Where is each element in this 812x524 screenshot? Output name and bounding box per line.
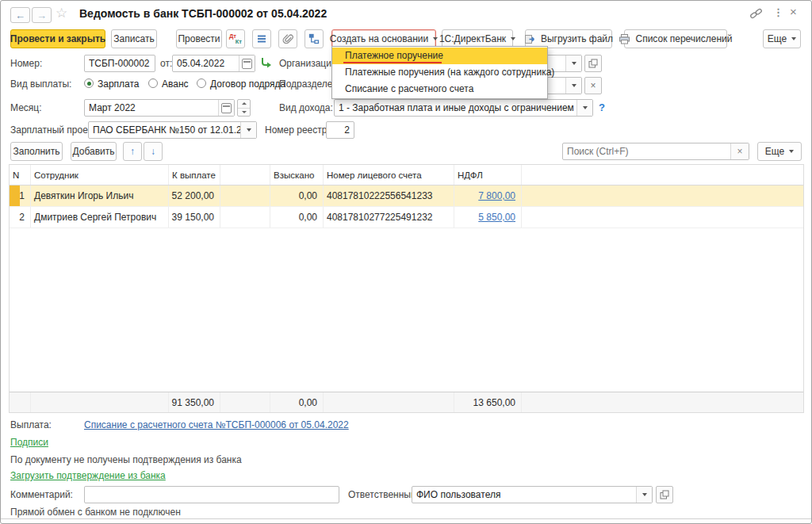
ndfl-link[interactable]: 7 800,00 — [478, 190, 515, 201]
responsible-open-button[interactable] — [656, 486, 673, 503]
ndfl-link[interactable]: 5 850,00 — [478, 212, 515, 223]
dtkt-postings-button[interactable]: Дт Кт — [226, 29, 245, 48]
total-n — [10, 392, 31, 412]
radio-advance-label[interactable]: Аванс — [162, 78, 189, 90]
chevron-down-icon — [791, 37, 796, 40]
header-to-pay: К выплате — [169, 165, 220, 185]
search-clear-button[interactable]: × — [730, 143, 749, 159]
cell-employee: Девяткин Игорь Ильич — [31, 186, 169, 206]
radio-salary-label[interactable]: Зарплата — [98, 78, 140, 90]
chevron-down-icon — [583, 106, 588, 109]
move-up-button[interactable]: ↑ — [123, 142, 142, 161]
transfer-list-label: Список перечислений — [635, 33, 732, 44]
search-field[interactable]: × — [562, 143, 749, 160]
favorite-star-icon[interactable]: ☆ — [56, 5, 67, 21]
add-button[interactable]: Добавить — [71, 142, 117, 161]
save-button[interactable]: Записать — [111, 29, 157, 48]
load-confirmation-link[interactable]: Загрузить подтверждение из банка — [10, 470, 166, 481]
journal-button[interactable] — [252, 29, 271, 48]
post-button[interactable]: Провести — [176, 29, 222, 48]
registry-number-input[interactable] — [326, 121, 354, 139]
toolbar-more-button[interactable]: Еще — [763, 29, 801, 48]
total-ndfl: 13 650,00 — [454, 392, 522, 412]
fill-button[interactable]: Заполнить — [10, 142, 63, 161]
triangle-down-icon — [242, 111, 247, 113]
income-dropdown-button[interactable] — [576, 100, 592, 116]
arrow-up-icon: ↑ — [130, 146, 135, 157]
payment-type-label: Вид выплаты: — [10, 78, 71, 90]
calendar-button[interactable] — [239, 55, 255, 71]
get-link-icon[interactable] — [749, 7, 763, 20]
radio-contract[interactable] — [197, 78, 206, 88]
table-row[interactable]: 2 Дмитриев Сергей Петрович 39 150,00 0,0… — [10, 207, 803, 228]
cell-n: 2 — [10, 207, 31, 228]
add-label: Добавить — [72, 146, 114, 157]
dtkt-icon: Дт Кт — [229, 33, 242, 45]
search-input[interactable] — [563, 143, 730, 159]
month-stepper[interactable] — [237, 99, 251, 117]
salary-project-field[interactable]: ПАО СБЕРБАНК №150 от 12.01.2021 г. — [88, 121, 257, 139]
comment-label: Комментарий: — [10, 489, 73, 500]
structure-icon — [308, 33, 320, 45]
arrow-down-icon: ↓ — [151, 146, 155, 157]
income-type-field[interactable]: 1 - Заработная плата и иные доходы с огр… — [334, 99, 593, 117]
signatures-link[interactable]: Подписи — [10, 437, 48, 448]
chevron-down-icon — [511, 37, 515, 40]
organization-open-button[interactable] — [584, 55, 602, 72]
total-filler — [522, 392, 803, 412]
triangle-up-icon — [242, 102, 247, 105]
stepper-down-button[interactable] — [238, 109, 250, 117]
cell-ndfl: 7 800,00 — [454, 186, 522, 206]
header-account: Номер лицевого счета — [324, 165, 454, 185]
chevron-down-icon — [433, 37, 438, 40]
back-button[interactable]: ← — [10, 7, 30, 23]
menu-item-payment-order[interactable]: Платежное поручение — [332, 48, 547, 64]
responsible-field[interactable]: ФИО пользователя — [412, 486, 653, 503]
menu-item-payment-orders-per-employee[interactable]: Платежные поручения (на каждого сотрудни… — [332, 64, 547, 81]
move-down-button[interactable]: ↓ — [144, 142, 163, 161]
cell-filler — [522, 207, 803, 228]
month-calendar-button[interactable] — [218, 100, 234, 116]
table-row[interactable]: 1 Девяткин Игорь Ильич 52 200,00 0,00 40… — [10, 186, 803, 207]
cell-employee: Дмитриев Сергей Петрович — [31, 207, 169, 228]
responsible-dropdown-button[interactable] — [636, 487, 652, 503]
chevron-down-icon — [247, 128, 251, 132]
total-to-pay: 91 350,00 — [169, 392, 220, 412]
transfer-list-button[interactable]: Список перечислений — [624, 29, 727, 48]
radio-advance[interactable] — [148, 78, 158, 88]
list-more-button[interactable]: Еще — [757, 142, 802, 161]
organization-dropdown-button[interactable] — [565, 55, 581, 71]
department-dropdown-button[interactable] — [565, 78, 581, 94]
comment-input[interactable] — [84, 486, 339, 503]
window-menu-icon[interactable]: ⋮ — [773, 6, 783, 18]
menu-item-account-debit[interactable]: Списание с расчетного счета — [332, 81, 547, 98]
help-icon[interactable]: ? — [599, 101, 605, 113]
income-type-label: Вид дохода: — [279, 102, 333, 113]
related-documents-button[interactable] — [304, 29, 324, 48]
back-icon: ← — [15, 10, 25, 21]
open-icon — [660, 490, 669, 499]
close-icon[interactable]: × — [790, 5, 797, 18]
number-input[interactable] — [84, 55, 155, 72]
attachments-button[interactable] — [278, 29, 297, 48]
radio-contract-label[interactable]: Договор подряда — [210, 78, 285, 90]
stepper-up-button[interactable] — [238, 100, 250, 109]
date-field[interactable]: 05.04.2022 — [172, 55, 255, 72]
post-label: Провести — [178, 33, 220, 44]
header-ndfl: НДФЛ — [454, 165, 522, 185]
header-collected: Взыскано — [270, 165, 324, 185]
radio-salary[interactable] — [84, 78, 94, 88]
paperclip-icon — [282, 33, 294, 45]
forward-button[interactable]: → — [32, 7, 52, 23]
enter-based-on-icon[interactable] — [259, 56, 274, 70]
save-label: Записать — [113, 33, 154, 44]
header-employee: Сотрудник — [31, 165, 169, 185]
department-clear-button[interactable]: × — [584, 77, 602, 94]
post-and-close-button[interactable]: Провести и закрыть — [10, 29, 105, 48]
month-label: Месяц: — [10, 102, 42, 113]
annotation-underline — [343, 62, 442, 63]
salary-project-dropdown-button[interactable] — [240, 122, 256, 138]
current-row-marker — [10, 186, 20, 206]
payout-document-link[interactable]: Списание с расчетного счета №ТСБП-000006… — [84, 419, 349, 430]
month-field[interactable]: Март 2022 — [84, 99, 235, 117]
